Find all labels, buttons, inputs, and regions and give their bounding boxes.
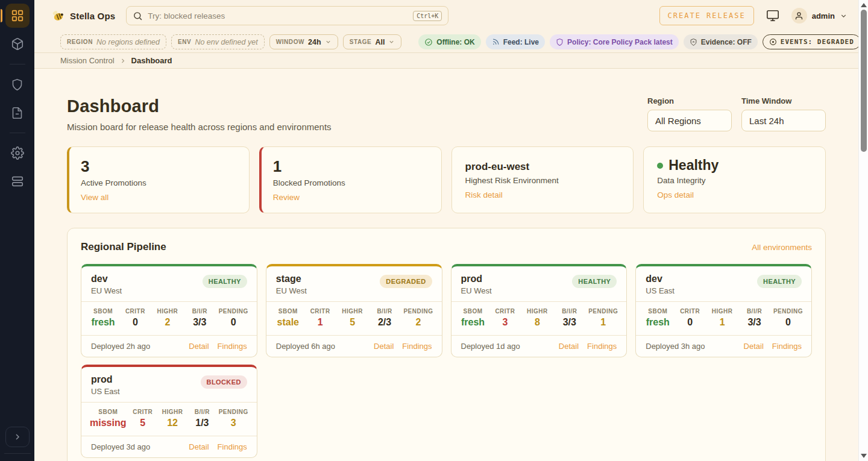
user-menu[interactable]: admin: [791, 8, 848, 24]
check-circle-icon: [424, 38, 433, 46]
grid-icon: [11, 9, 24, 22]
time-window-filter-select[interactable]: Last 24h: [741, 110, 826, 131]
sidebar-divider: [10, 133, 25, 133]
stage-dropdown[interactable]: STAGE All: [343, 34, 402, 49]
vertical-scrollbar[interactable]: [858, 0, 868, 461]
deployed-text: Deployed 3h ago: [646, 342, 705, 351]
region-filter-select[interactable]: All Regions: [647, 110, 732, 131]
findings-link[interactable]: Findings: [587, 342, 617, 351]
summary-cards: 3 Active Promotions View all 1 Blocked P…: [67, 146, 826, 213]
metric-value: 5: [339, 317, 366, 328]
policy-status-pill: Policy: Core Policy Pack latest: [550, 34, 679, 49]
scrollbar-thumb[interactable]: [861, 10, 867, 152]
sidebar-item-security[interactable]: [5, 72, 30, 96]
detail-link[interactable]: Detail: [189, 342, 209, 351]
gear-icon: [11, 146, 24, 160]
all-environments-link[interactable]: All environments: [752, 243, 812, 252]
pipeline-card-prod-us-east: prod US East BLOCKED SBOMmissing CRITR5 …: [81, 365, 257, 458]
env-scope-pill[interactable]: ENV No env defined yet: [171, 34, 265, 49]
env-scope-value: No env defined yet: [195, 38, 257, 46]
metric-label: B/I/R: [371, 308, 398, 315]
pipeline-card-dev-us-east: dev US East HEALTHY SBOMfresh CRITR0 HIG…: [635, 264, 812, 357]
risk-detail-link[interactable]: Risk detail: [465, 190, 503, 199]
metric-value: 2: [154, 317, 181, 328]
search-input[interactable]: [148, 11, 408, 20]
detail-link[interactable]: Detail: [559, 342, 579, 351]
metric-value: 1: [307, 317, 333, 328]
metric-label: CRITR: [492, 308, 518, 315]
metric-label: HIGHR: [159, 409, 186, 415]
brand[interactable]: Stella Ops: [51, 10, 115, 22]
ops-detail-link[interactable]: Ops detail: [657, 190, 694, 199]
regional-pipeline-section: Regional Pipeline All environments dev E…: [67, 228, 826, 461]
review-link[interactable]: Review: [273, 193, 300, 202]
metric-value: 0: [122, 317, 148, 328]
active-promotions-value: 3: [81, 158, 236, 175]
scroll-up-arrow-icon[interactable]: [861, 3, 867, 7]
sidebar-item-documents[interactable]: [5, 101, 30, 125]
user-name: admin: [812, 11, 835, 20]
global-search[interactable]: Ctrl+K: [126, 6, 448, 25]
active-promotions-label: Active Promotions: [81, 178, 236, 187]
active-indicator: [1, 9, 2, 22]
metric-value: 0: [219, 317, 248, 328]
detail-link[interactable]: Detail: [374, 342, 394, 351]
region-scope-value: No regions defined: [96, 38, 160, 46]
breadcrumb-current: Dashboard: [131, 56, 172, 65]
sidebar: [0, 0, 34, 461]
chevron-down-icon: [325, 39, 332, 45]
sidebar-expand-button[interactable]: [5, 427, 30, 447]
region-scope-label: REGION: [67, 39, 93, 45]
metric-value: 3/3: [556, 317, 583, 328]
sidebar-item-releases[interactable]: [5, 32, 30, 56]
metric-label: CRITR: [130, 409, 156, 415]
events-status-pill[interactable]: EVENTS: DEGRADED: [763, 34, 858, 49]
rss-icon: [492, 38, 500, 46]
chevron-right-icon: [119, 57, 127, 64]
sidebar-item-infrastructure[interactable]: [5, 169, 30, 193]
findings-link[interactable]: Findings: [218, 442, 247, 451]
data-integrity-label: Data Integrity: [657, 176, 812, 185]
metric-label: B/I/R: [189, 409, 215, 415]
metric-label: B/I/R: [556, 308, 583, 315]
metric-label: SBOM: [275, 308, 301, 315]
findings-link[interactable]: Findings: [218, 342, 247, 351]
highest-risk-label: Highest Risk Environment: [465, 176, 620, 185]
pipeline-section-title: Regional Pipeline: [81, 241, 166, 253]
metric-value: fresh: [460, 317, 486, 328]
window-label: WINDOW: [276, 39, 304, 45]
region-scope-pill[interactable]: REGION No regions defined: [60, 34, 166, 49]
findings-link[interactable]: Findings: [402, 342, 432, 351]
sidebar-item-settings[interactable]: [5, 141, 30, 165]
metric-label: PENDING: [588, 308, 618, 315]
breadcrumb: Mission Control Dashboard: [34, 53, 858, 69]
metric-value: 12: [159, 418, 186, 428]
metric-label: HIGHR: [339, 308, 366, 315]
data-integrity-value: Healthy: [668, 158, 719, 173]
view-all-link[interactable]: View all: [81, 193, 108, 202]
metric-label: HIGHR: [524, 308, 550, 315]
detail-link[interactable]: Detail: [189, 442, 209, 451]
chevron-down-icon: [388, 39, 395, 45]
findings-link[interactable]: Findings: [772, 342, 802, 351]
time-window-filter-label: Time Window: [741, 96, 826, 105]
metric-value: 3: [219, 418, 248, 428]
sidebar-item-dashboard[interactable]: [5, 4, 30, 28]
shield-icon: [11, 78, 24, 91]
deployed-text: Deployed 3d ago: [91, 442, 150, 451]
env-region: EU West: [461, 286, 492, 295]
metric-label: B/I/R: [741, 308, 768, 315]
deployed-text: Deployed 2h ago: [91, 342, 150, 351]
region-filter-label: Region: [647, 96, 732, 105]
metric-value: fresh: [90, 317, 116, 328]
detail-link[interactable]: Detail: [744, 342, 764, 351]
page-title: Dashboard: [67, 96, 332, 116]
create-release-button[interactable]: CREATE RELEASE: [659, 6, 754, 25]
window-dropdown[interactable]: WINDOW 24h: [269, 34, 338, 49]
scroll-down-arrow-icon[interactable]: [861, 454, 867, 458]
monitor-icon[interactable]: [766, 9, 779, 22]
breadcrumb-parent[interactable]: Mission Control: [60, 56, 115, 65]
status-badge: DEGRADED: [380, 275, 432, 288]
feed-status-text: Feed: Live: [503, 38, 539, 46]
env-region: EU West: [276, 286, 307, 295]
